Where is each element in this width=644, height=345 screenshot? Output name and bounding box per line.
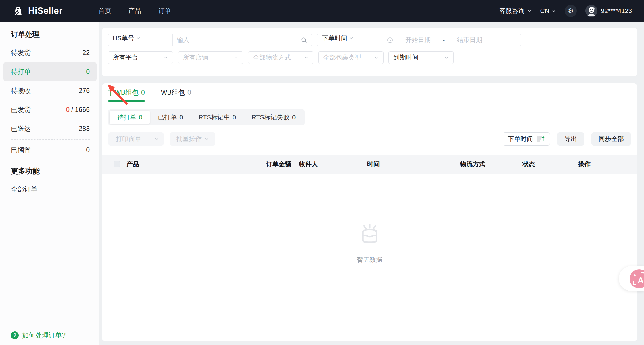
chevron-down-icon bbox=[136, 36, 141, 40]
nav-item-orders[interactable]: 订单 bbox=[158, 7, 171, 15]
end-date-input[interactable] bbox=[446, 36, 492, 44]
print-label-button[interactable]: 打印面单 bbox=[108, 132, 149, 146]
main-content: HS单号 下单时间 bbox=[99, 22, 644, 345]
column-time: 时间 bbox=[367, 160, 460, 169]
chevron-down-icon bbox=[444, 55, 449, 60]
sidebar-item-count: 276 bbox=[79, 87, 90, 95]
sidebar-item-count: 0 bbox=[86, 146, 90, 154]
orders-table-header: 产品 订单金额 收件人 时间 物流方式 状态 操作 bbox=[102, 155, 637, 174]
segment-to-print[interactable]: 待打单 0 bbox=[110, 111, 150, 124]
sidebar-item-count: 283 bbox=[79, 125, 90, 133]
sidebar-item-delivered[interactable]: 已送达 283 bbox=[3, 119, 97, 138]
language-label: CN bbox=[540, 7, 549, 15]
sidebar-item-label: 待揽收 bbox=[11, 86, 31, 95]
sidebar-item-label: 待发货 bbox=[11, 48, 31, 57]
brand[interactable]: HiSeller bbox=[12, 5, 62, 17]
due-time-select[interactable]: 到期时间 bbox=[388, 51, 454, 64]
date-separator: - bbox=[443, 36, 445, 44]
sort-ascending-icon bbox=[537, 135, 545, 143]
sidebar-item-shipped[interactable]: 已发货 0/ 1666 bbox=[3, 100, 97, 119]
date-range-picker[interactable]: - bbox=[382, 34, 521, 46]
sync-all-button[interactable]: 同步全部 bbox=[591, 132, 631, 146]
start-date-input[interactable] bbox=[395, 36, 441, 44]
column-product: 产品 bbox=[126, 160, 266, 169]
support-label: 客服咨询 bbox=[499, 7, 525, 15]
segment-printed[interactable]: 已打单 0 bbox=[150, 111, 191, 124]
tab-count: 0 bbox=[141, 89, 145, 96]
segment-rts-marking[interactable]: RTS标记中 0 bbox=[191, 111, 244, 124]
select-all-cell bbox=[108, 161, 126, 167]
sidebar-item-label: 全部订单 bbox=[11, 185, 37, 194]
orders-panel: 非WB组包 0 WB组包 0 待打单 0 已打单 0 bbox=[102, 83, 637, 341]
sidebar-divider bbox=[11, 139, 90, 140]
shop-select[interactable]: 所有店铺 bbox=[178, 51, 243, 64]
package-type-select[interactable]: 全部包裹类型 bbox=[318, 51, 384, 64]
avatar bbox=[585, 5, 597, 17]
tab-non-wb-package[interactable]: 非WB组包 0 bbox=[108, 83, 145, 102]
segment-label: 待打单 bbox=[117, 113, 136, 122]
segment-count: 0 bbox=[139, 114, 142, 121]
column-recipient: 收件人 bbox=[299, 160, 367, 169]
package-tabs: 非WB组包 0 WB组包 0 bbox=[102, 83, 637, 102]
order-search-group: HS单号 bbox=[108, 34, 312, 46]
sidebar-item-all-orders[interactable]: 全部订单 bbox=[3, 180, 97, 199]
sidebar-item-count: 22 bbox=[82, 49, 90, 57]
nav-item-home[interactable]: 首页 bbox=[98, 7, 111, 15]
shipped-count-total: / 1666 bbox=[71, 106, 90, 113]
logistics-placeholder: 全部物流方式 bbox=[253, 53, 291, 62]
column-logistics: 物流方式 bbox=[460, 160, 522, 169]
select-all-checkbox[interactable] bbox=[114, 161, 120, 167]
segment-rts-failed[interactable]: RTS标记失败 0 bbox=[244, 111, 303, 124]
brand-name: HiSeller bbox=[28, 6, 62, 16]
support-dropdown[interactable]: 客服咨询 bbox=[499, 7, 532, 15]
export-button[interactable]: 导出 bbox=[557, 132, 584, 146]
time-filter-group: 下单时间 - bbox=[317, 34, 521, 46]
batch-operations-button[interactable]: 批量操作 bbox=[170, 132, 215, 146]
chevron-down-icon bbox=[304, 55, 308, 60]
help-icon: ? bbox=[11, 331, 19, 339]
top-navbar: HiSeller 首页 产品 订单 客服咨询 CN ⚙ bbox=[0, 0, 644, 22]
time-type-select[interactable]: 下单时间 bbox=[317, 34, 382, 46]
segment-count: 0 bbox=[233, 114, 236, 121]
tab-label: WB组包 bbox=[161, 88, 185, 97]
language-dropdown[interactable]: CN bbox=[540, 7, 556, 15]
search-icon[interactable] bbox=[301, 37, 307, 43]
package-type-placeholder: 全部包裹类型 bbox=[323, 53, 361, 62]
chevron-down-icon bbox=[204, 137, 209, 141]
clock-icon bbox=[387, 37, 393, 43]
orders-toolbar: 打印面单 批量操作 下单时间 bbox=[108, 132, 631, 146]
chevron-down-icon bbox=[527, 9, 532, 13]
help-link[interactable]: ? 如何处理订单? bbox=[11, 331, 66, 340]
tab-wb-package[interactable]: WB组包 0 bbox=[161, 83, 191, 102]
order-number-type-select[interactable]: HS单号 bbox=[108, 34, 173, 46]
search-input[interactable] bbox=[173, 36, 301, 44]
sidebar-item-count: 0/ 1666 bbox=[66, 106, 90, 114]
sidebar-item-to-print[interactable]: 待打单 0 bbox=[3, 62, 97, 81]
navbar-right: 客服咨询 CN ⚙ bbox=[499, 5, 632, 17]
sidebar-item-to-ship[interactable]: 待发货 22 bbox=[3, 43, 97, 62]
tab-count: 0 bbox=[187, 89, 191, 96]
account-menu[interactable]: 92****4123 bbox=[585, 5, 632, 17]
print-label-split-button[interactable]: 打印面单 bbox=[108, 132, 164, 146]
segment-label: 已打单 bbox=[158, 113, 177, 122]
print-label-caret-button[interactable] bbox=[149, 132, 164, 146]
export-text: 导出 bbox=[564, 135, 577, 143]
chevron-down-icon bbox=[374, 55, 379, 60]
nav-item-products[interactable]: 产品 bbox=[128, 7, 141, 15]
chevron-down-icon bbox=[234, 55, 238, 60]
sidebar-item-label: 已发货 bbox=[11, 105, 31, 114]
user-avatar-icon bbox=[585, 5, 597, 17]
empty-state-text: 暂无数据 bbox=[357, 256, 382, 264]
settings-button[interactable]: ⚙ bbox=[565, 5, 577, 17]
platform-select[interactable]: 所有平台 bbox=[108, 51, 173, 64]
sparkle-icon: ✦ bbox=[632, 272, 637, 279]
sidebar-item-on-hold[interactable]: 已搁置 0 bbox=[3, 140, 97, 159]
order-number-type-value: HS单号 bbox=[113, 35, 134, 42]
primary-nav: 首页 产品 订单 bbox=[98, 7, 171, 15]
chevron-down-icon bbox=[552, 9, 556, 13]
sort-by-order-time-button[interactable]: 下单时间 bbox=[503, 132, 550, 146]
sidebar-item-to-collect[interactable]: 待揽收 276 bbox=[3, 81, 97, 100]
column-actions: 操作 bbox=[578, 160, 637, 169]
logistics-select[interactable]: 全部物流方式 bbox=[248, 51, 313, 64]
filter-row-2: 所有平台 所有店铺 全部物流方式 全部包裹类型 bbox=[108, 51, 631, 64]
